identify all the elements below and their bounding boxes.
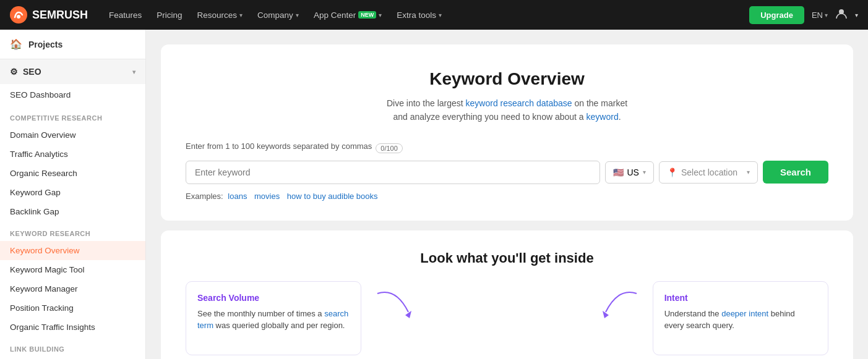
section-label-link-building: LINK BUILDING bbox=[0, 337, 145, 357]
sidebar-item-seo-dashboard[interactable]: SEO Dashboard bbox=[0, 84, 145, 106]
home-icon: 🏠 bbox=[10, 38, 22, 50]
top-navigation: SEMRUSH Features Pricing Resources ▾ Com… bbox=[0, 0, 868, 30]
sidebar-item-backlink-gap[interactable]: Backlink Gap bbox=[0, 202, 145, 221]
chevron-down-icon: ▾ bbox=[747, 169, 750, 175]
features-row: Search Volume See the monthly number of … bbox=[186, 281, 828, 355]
input-label-row: Enter from 1 to 100 keywords separated b… bbox=[186, 141, 828, 156]
logo-text: SEMRUSH bbox=[32, 9, 88, 22]
nav-resources[interactable]: Resources ▾ bbox=[191, 7, 249, 23]
curved-arrow-2-icon bbox=[593, 281, 643, 331]
nav-company[interactable]: Company ▾ bbox=[251, 7, 305, 23]
sidebar-item-keyword-magic-tool[interactable]: Keyword Magic Tool bbox=[0, 260, 145, 279]
sidebar-item-keyword-gap[interactable]: Keyword Gap bbox=[0, 183, 145, 202]
location-selector[interactable]: 📍 Select location ▾ bbox=[659, 161, 758, 184]
feature-card-search-volume: Search Volume See the monthly number of … bbox=[186, 281, 361, 355]
sidebar-seo-section[interactable]: ⚙ SEO ▾ bbox=[0, 59, 145, 84]
gear-icon: ⚙ bbox=[10, 67, 18, 77]
svg-point-1 bbox=[17, 15, 20, 19]
feature-title-search-volume: Search Volume bbox=[197, 293, 350, 303]
flag-icon: 🇺🇸 bbox=[613, 167, 624, 177]
sidebar-item-domain-overview[interactable]: Domain Overview bbox=[0, 125, 145, 145]
main-layout: 🏠 Projects ⚙ SEO ▾ SEO Dashboard COMPETI… bbox=[0, 30, 868, 359]
location-pin-icon: 📍 bbox=[667, 167, 677, 177]
chevron-down-icon: ▾ bbox=[439, 12, 442, 19]
feature-desc-intent: Understand the deeper intent behind ever… bbox=[664, 308, 817, 332]
chevron-down-icon: ▾ bbox=[296, 12, 299, 19]
examples-prefix: Examples: bbox=[186, 192, 223, 201]
sidebar-item-keyword-overview[interactable]: Keyword Overview bbox=[0, 241, 145, 260]
section-label-keyword-research: KEYWORD RESEARCH bbox=[0, 221, 145, 241]
sidebar-item-organic-traffic-insights[interactable]: Organic Traffic Insights bbox=[0, 318, 145, 337]
new-badge: new bbox=[358, 11, 376, 19]
example-audible-books[interactable]: how to buy audible books bbox=[287, 192, 378, 201]
sidebar-item-traffic-analytics[interactable]: Traffic Analytics bbox=[0, 145, 145, 164]
chevron-down-icon: ▾ bbox=[379, 12, 382, 19]
country-selector[interactable]: 🇺🇸 US ▾ bbox=[605, 161, 654, 184]
keyword-overview-card: Keyword Overview Dive into the largest k… bbox=[161, 44, 853, 221]
sidebar-item-keyword-manager[interactable]: Keyword Manager bbox=[0, 279, 145, 298]
look-inside-card: Look what you'll get inside Search Volum… bbox=[161, 230, 853, 359]
search-button[interactable]: Search bbox=[763, 161, 828, 184]
chevron-down-icon: ▾ bbox=[643, 169, 646, 175]
subtitle-line2: and analyze everything you need to know … bbox=[393, 112, 621, 122]
card-subtitle: Dive into the largest keyword research d… bbox=[186, 96, 828, 124]
sidebar-projects[interactable]: 🏠 Projects bbox=[0, 30, 145, 59]
language-selector[interactable]: EN ▾ bbox=[812, 11, 828, 20]
input-label: Enter from 1 to 100 keywords separated b… bbox=[186, 141, 372, 151]
subtitle-line1: Dive into the largest keyword research d… bbox=[387, 98, 627, 108]
nav-extra-tools[interactable]: Extra tools ▾ bbox=[390, 7, 448, 23]
nav-app-center[interactable]: App Center new ▾ bbox=[307, 7, 388, 23]
feature-desc-search-volume: See the monthly number of times a search… bbox=[197, 308, 350, 332]
chevron-down-icon: ▾ bbox=[132, 69, 135, 75]
nav-features[interactable]: Features bbox=[103, 7, 148, 23]
nav-right: Upgrade EN ▾ ▾ bbox=[749, 6, 858, 24]
nav-pricing[interactable]: Pricing bbox=[150, 7, 188, 23]
sidebar-item-backlink-analytics[interactable]: Backlink Analytics bbox=[0, 357, 145, 359]
keyword-input-row: 🇺🇸 US ▾ 📍 Select location ▾ Search bbox=[186, 161, 828, 184]
main-content: Keyword Overview Dive into the largest k… bbox=[146, 30, 868, 359]
logo[interactable]: SEMRUSH bbox=[10, 6, 88, 23]
sidebar: 🏠 Projects ⚙ SEO ▾ SEO Dashboard COMPETI… bbox=[0, 30, 146, 359]
sidebar-item-position-tracking[interactable]: Position Tracking bbox=[0, 298, 145, 318]
chevron-down-icon: ▾ bbox=[855, 12, 858, 19]
middle-spacer bbox=[431, 281, 583, 355]
keyword-input[interactable] bbox=[186, 161, 600, 184]
arrow-decoration-2 bbox=[593, 281, 643, 355]
keyword-counter: 0/100 bbox=[376, 143, 403, 153]
chevron-down-icon: ▾ bbox=[825, 12, 828, 19]
examples-row: Examples: loans movies how to buy audibl… bbox=[186, 192, 828, 201]
example-movies[interactable]: movies bbox=[254, 192, 280, 201]
upgrade-button[interactable]: Upgrade bbox=[749, 6, 804, 24]
curved-arrow-icon bbox=[371, 281, 421, 331]
feature-title-intent: Intent bbox=[664, 293, 817, 303]
example-loans[interactable]: loans bbox=[228, 192, 247, 201]
semrush-logo-icon bbox=[10, 6, 27, 23]
arrow-decoration bbox=[371, 281, 421, 355]
chevron-down-icon: ▾ bbox=[239, 12, 243, 19]
user-icon[interactable] bbox=[835, 7, 848, 22]
section-label-competitive: COMPETITIVE RESEARCH bbox=[0, 106, 145, 125]
nav-links: Features Pricing Resources ▾ Company ▾ A… bbox=[103, 7, 734, 23]
feature-card-intent: Intent Understand the deeper intent behi… bbox=[653, 281, 828, 355]
page-title: Keyword Overview bbox=[186, 69, 828, 89]
look-inside-title: Look what you'll get inside bbox=[186, 250, 828, 266]
sidebar-item-organic-research[interactable]: Organic Research bbox=[0, 164, 145, 183]
